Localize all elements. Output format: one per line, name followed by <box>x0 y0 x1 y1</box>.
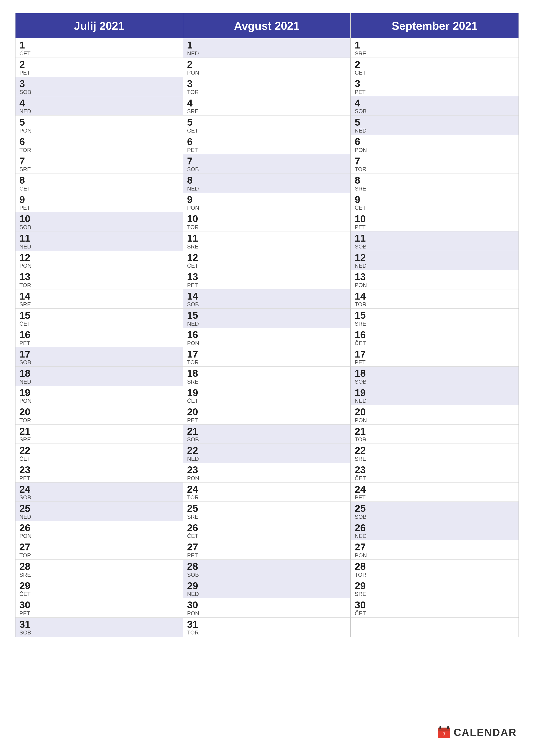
day-cell: 5NED <box>355 117 367 133</box>
day-number: 5 <box>19 117 32 128</box>
day-cell: 27PET <box>187 542 198 558</box>
day-cell: 18SRE <box>187 368 198 385</box>
day-number: 3 <box>355 78 366 89</box>
day-row: 24TOR <box>183 482 350 502</box>
day-row: 3TOR <box>183 77 350 96</box>
day-abbr: NED <box>19 379 31 385</box>
day-row: 21SOB <box>183 424 350 444</box>
month-col-2: September 20211SRE2ČET3PET4SOB5NED6PON7T… <box>351 14 519 637</box>
day-number: 5 <box>355 117 367 128</box>
day-row: 12NED <box>351 251 519 270</box>
day-abbr: TOR <box>355 302 366 307</box>
day-cell: 18SOB <box>355 368 367 385</box>
day-row: 22NED <box>183 444 350 463</box>
day-number: 23 <box>187 464 199 475</box>
day-row: 2PON <box>183 58 350 77</box>
day-row: 8SRE <box>351 174 519 193</box>
day-row: 24SOB <box>15 482 183 502</box>
day-abbr: ČET <box>19 321 31 327</box>
day-row: 20TOR <box>15 405 183 424</box>
day-row: 9ČET <box>351 193 519 212</box>
day-number: 15 <box>187 310 199 321</box>
day-abbr: SOB <box>355 108 367 114</box>
day-number: 17 <box>187 349 199 360</box>
day-abbr: SOB <box>187 572 199 578</box>
day-cell: 21TOR <box>355 426 366 443</box>
day-abbr: NED <box>19 244 31 249</box>
day-abbr: TOR <box>19 418 31 423</box>
day-row: 31TOR <box>183 618 350 637</box>
day-number: 27 <box>355 542 367 553</box>
day-number: 3 <box>19 78 31 89</box>
day-row: 23ČET <box>351 463 519 482</box>
day-number: 24 <box>19 484 31 495</box>
day-number: 18 <box>19 368 31 379</box>
day-row: 16ČET <box>351 328 519 347</box>
day-number: 18 <box>187 368 198 379</box>
day-row: 29NED <box>183 579 350 599</box>
day-abbr: ČET <box>187 533 198 539</box>
day-row: 22ČET <box>15 444 183 463</box>
day-number: 7 <box>187 156 199 167</box>
day-cell: 6TOR <box>19 136 31 153</box>
day-cell: 17PET <box>355 349 366 365</box>
day-cell: 7SOB <box>187 156 199 172</box>
day-abbr: NED <box>187 186 199 191</box>
day-abbr: ČET <box>355 475 366 481</box>
day-number: 1 <box>19 40 31 51</box>
day-row: 17SOB <box>15 347 183 367</box>
day-number: 11 <box>187 233 198 244</box>
day-cell: 4NED <box>19 97 31 114</box>
day-number: 23 <box>355 464 366 475</box>
day-abbr: PON <box>187 475 199 481</box>
day-row: 18NED <box>15 366 183 386</box>
day-abbr: TOR <box>355 166 366 172</box>
day-row: 30PON <box>183 598 350 618</box>
day-number: 8 <box>19 175 31 186</box>
day-row: 25SRE <box>183 502 350 521</box>
day-row: 25NED <box>15 502 183 521</box>
day-number: 28 <box>19 561 31 572</box>
day-number: 29 <box>355 580 366 591</box>
day-cell: 25NED <box>19 503 31 520</box>
day-abbr: SRE <box>355 456 366 462</box>
day-row: 14SOB <box>183 289 350 309</box>
day-cell: 1NED <box>187 40 199 56</box>
day-row: 25SOB <box>351 502 519 521</box>
day-number: 28 <box>187 561 199 572</box>
day-cell: 13TOR <box>19 271 31 288</box>
day-row: 11NED <box>15 231 183 251</box>
day-cell: 9ČET <box>355 194 366 211</box>
day-number: 2 <box>19 59 30 70</box>
day-number: 23 <box>19 464 30 475</box>
day-number: 26 <box>355 523 367 533</box>
day-abbr: PON <box>355 147 367 153</box>
day-row: 4SOB <box>351 96 519 116</box>
day-row: 1SRE <box>351 39 519 58</box>
day-row: 9PON <box>183 193 350 212</box>
day-number: 2 <box>355 59 366 70</box>
day-row: 12ČET <box>183 251 350 270</box>
day-number: 7 <box>19 156 31 167</box>
day-row: 9PET <box>15 193 183 212</box>
day-row: 2ČET <box>351 58 519 77</box>
day-cell: 7TOR <box>355 156 366 172</box>
day-row: 23PET <box>15 463 183 482</box>
day-row: 19ČET <box>183 386 350 405</box>
day-cell: 11NED <box>19 233 31 249</box>
day-cell: 14SRE <box>19 291 31 307</box>
day-abbr: TOR <box>355 437 366 442</box>
day-abbr: PET <box>187 282 198 288</box>
day-number: 8 <box>355 175 366 186</box>
day-row: 8NED <box>183 174 350 193</box>
day-number: 21 <box>19 426 31 437</box>
day-abbr: PET <box>19 205 30 210</box>
day-row: 13TOR <box>15 270 183 289</box>
day-abbr: ČET <box>355 340 366 346</box>
day-abbr: NED <box>355 398 367 404</box>
day-abbr: TOR <box>19 553 31 558</box>
day-row: 24PET <box>351 482 519 502</box>
day-number: 25 <box>19 503 31 514</box>
day-row: 13PON <box>351 270 519 289</box>
day-cell: 6PON <box>355 136 367 153</box>
